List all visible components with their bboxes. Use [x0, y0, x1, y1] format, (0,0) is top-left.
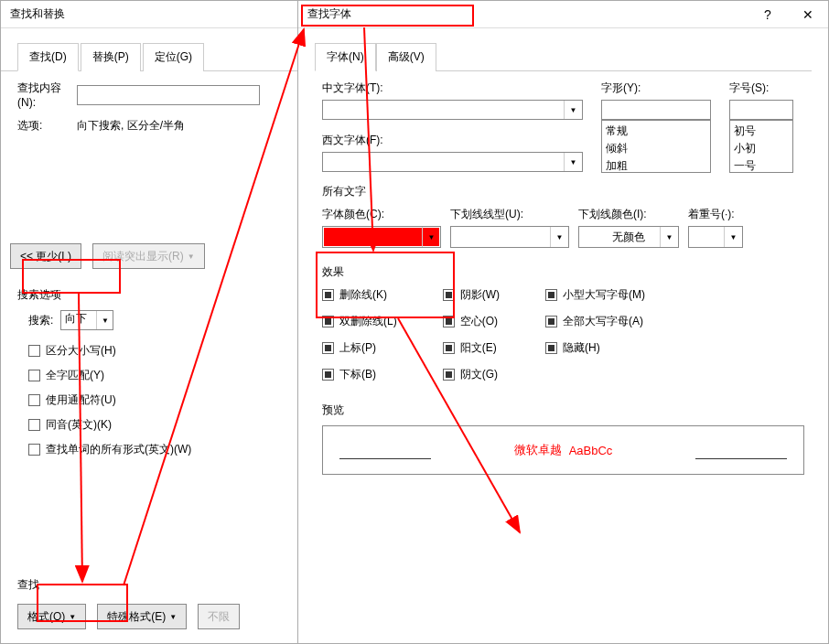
chevron-down-icon: ▼	[660, 227, 678, 247]
tri-checkbox-subscript[interactable]	[322, 369, 334, 381]
find-content-label: 查找内容(N):	[17, 80, 77, 109]
western-font-combo[interactable]: ▼	[322, 152, 583, 172]
chevron-down-icon: ▼	[564, 153, 582, 171]
tri-checkbox-superscript[interactable]	[322, 342, 334, 354]
help-button[interactable]: ?	[748, 1, 788, 28]
less-button[interactable]: << 更少(L)	[10, 243, 81, 269]
underline-style-combo[interactable]: ▼	[450, 226, 569, 248]
tri-checkbox-shadow[interactable]	[443, 289, 455, 301]
western-font-label: 西文字体(F):	[322, 133, 583, 152]
font-color-label: 字体颜色(C):	[322, 207, 441, 226]
options-value: 向下搜索, 区分全/半角	[77, 118, 185, 134]
cn-font-label: 中文字体(T):	[322, 80, 583, 100]
highlight-button[interactable]: 阅读突出显示(R)▼	[92, 243, 205, 269]
dialog-title: 查找和替换	[10, 6, 65, 22]
chevron-down-icon: ▼	[724, 227, 742, 247]
find-font-dialog: 查找字体 ? ✕ 字体(N) 高级(V) 中文字体(T): ▼ 西文字体(F):…	[297, 0, 829, 644]
cn-font-combo[interactable]: ▼	[322, 100, 583, 120]
search-label: 搜索:	[28, 313, 53, 328]
close-button[interactable]: ✕	[788, 1, 828, 28]
list-item[interactable]: 倾斜	[604, 140, 708, 157]
emphasis-combo[interactable]: ▼	[688, 226, 743, 248]
tri-checkbox-all-caps[interactable]	[545, 316, 557, 327]
checkbox-wildcards-label: 使用通配符(U)	[46, 392, 116, 408]
tab-advanced[interactable]: 高级(V)	[376, 43, 436, 71]
find-content-input[interactable]	[77, 85, 260, 105]
checkbox-wildcards[interactable]	[28, 394, 40, 406]
tri-checkbox-outline[interactable]	[443, 316, 455, 327]
list-item[interactable]: 小初	[732, 140, 791, 157]
tri-checkbox-hidden[interactable]	[545, 342, 557, 354]
style-input[interactable]	[601, 100, 711, 120]
list-item[interactable]: 常规	[604, 123, 708, 140]
checkbox-whole-word[interactable]	[28, 370, 40, 381]
underline-style-label: 下划线线型(U):	[450, 207, 569, 226]
titlebar[interactable]: 查找字体 ? ✕	[298, 1, 828, 28]
titlebar[interactable]: 查找和替换	[1, 1, 306, 28]
chevron-down-icon: ▼	[188, 252, 195, 261]
tab-bar: 字体(N) 高级(V)	[298, 28, 828, 71]
chevron-down-icon: ▼	[96, 311, 113, 329]
preview-text-en: AaBbCc	[569, 444, 613, 457]
tab-bar: 查找(D) 替换(P) 定位(G)	[1, 28, 306, 71]
preview-box: 微软卓越 AaBbCc	[322, 425, 804, 475]
tri-checkbox-strikethrough[interactable]	[322, 289, 334, 301]
chevron-down-icon: ▼	[422, 227, 440, 247]
tab-goto[interactable]: 定位(G)	[143, 43, 204, 71]
emphasis-label: 着重号(·):	[688, 207, 743, 226]
preview-text-cn: 微软卓越	[514, 442, 562, 458]
format-button[interactable]: 格式(O)▼	[17, 604, 86, 629]
search-options-label: 搜索选项	[17, 287, 289, 303]
font-color-combo[interactable]: ▼	[322, 226, 441, 248]
tri-checkbox-small-caps[interactable]	[545, 289, 557, 301]
underline-color-label: 下划线颜色(I):	[578, 207, 679, 226]
size-listbox[interactable]: 初号 小初 一号	[729, 120, 793, 173]
checkbox-sounds-like[interactable]	[28, 419, 40, 431]
size-input[interactable]	[729, 100, 793, 120]
chevron-down-icon: ▼	[550, 227, 568, 247]
search-direction-select[interactable]: 向下 ▼	[60, 310, 113, 330]
list-item[interactable]: 初号	[732, 123, 791, 140]
style-label: 字形(Y):	[601, 80, 711, 100]
no-limit-button[interactable]: 不限	[198, 604, 240, 629]
checkbox-case[interactable]	[28, 345, 40, 357]
checkbox-whole-word-label: 全字匹配(Y)	[46, 368, 104, 383]
checkbox-all-forms[interactable]	[28, 444, 40, 456]
tab-font[interactable]: 字体(N)	[315, 43, 376, 71]
preview-label: 预览	[322, 402, 804, 418]
effects-label: 效果	[322, 264, 804, 280]
find-section-label: 查找	[17, 577, 289, 593]
checkbox-sounds-like-label: 同音(英文)(K)	[46, 417, 112, 433]
checkbox-all-forms-label: 查找单词的所有形式(英文)(W)	[46, 442, 191, 457]
all-text-label: 所有文字	[322, 184, 804, 199]
checkbox-case-label: 区分大小写(H)	[46, 343, 116, 359]
tri-checkbox-double-strikethrough[interactable]	[322, 316, 334, 327]
list-item[interactable]: 加粗	[604, 157, 708, 173]
style-listbox[interactable]: 常规 倾斜 加粗	[601, 120, 711, 173]
chevron-down-icon: ▼	[564, 101, 582, 119]
tri-checkbox-emboss[interactable]	[443, 342, 455, 354]
tri-checkbox-engrave[interactable]	[443, 369, 455, 381]
tab-find[interactable]: 查找(D)	[17, 43, 79, 71]
chevron-down-icon: ▼	[169, 613, 177, 621]
tab-replace[interactable]: 替换(P)	[81, 43, 141, 71]
size-label: 字号(S):	[729, 80, 793, 100]
underline-color-combo[interactable]: 无颜色 ▼	[578, 226, 679, 248]
find-replace-dialog: 查找和替换 查找(D) 替换(P) 定位(G) 查找内容(N): 选项: 向下搜…	[0, 0, 307, 644]
list-item[interactable]: 一号	[732, 157, 791, 173]
options-label: 选项:	[17, 118, 77, 134]
special-button[interactable]: 特殊格式(E)▼	[97, 604, 187, 629]
dialog-title: 查找字体	[304, 6, 355, 22]
chevron-down-icon: ▼	[69, 613, 76, 621]
